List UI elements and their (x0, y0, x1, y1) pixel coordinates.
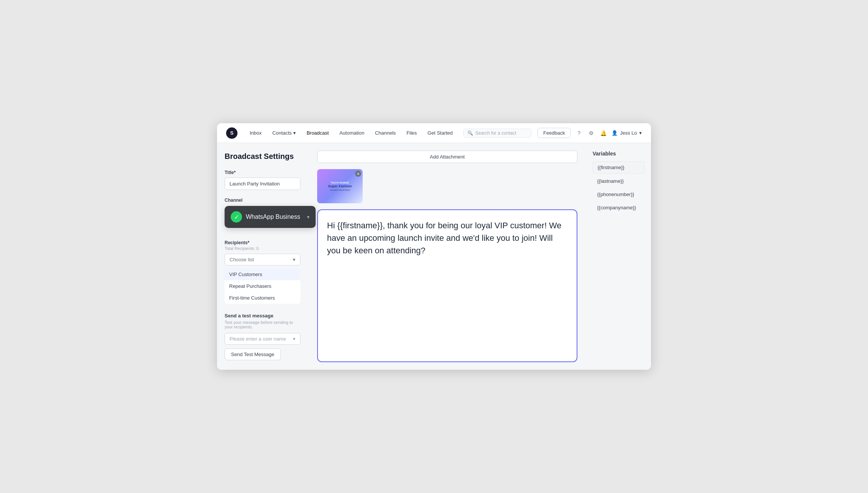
recipients-label: Recipients* (225, 240, 300, 245)
variable-lastname[interactable]: {{lastname}} (593, 175, 645, 187)
nav-search[interactable]: 🔍 Search for a contact (463, 129, 531, 138)
choose-list-select[interactable]: Choose list ▾ (225, 254, 300, 265)
nav-inbox[interactable]: Inbox (245, 128, 266, 138)
user-chevron-icon: ▾ (639, 130, 642, 136)
user-avatar-icon: 👤 (612, 130, 618, 136)
variable-firstname[interactable]: {{firstname}} (593, 161, 645, 174)
center-panel: Add Attachment ✕ You're Invited! Super F… (308, 143, 587, 370)
channel-label: Channel (225, 198, 300, 203)
list-option-vip[interactable]: VIP Customers (225, 268, 300, 280)
main-content: Broadcast Settings Title* Channel ✓ What… (217, 143, 651, 370)
list-chevron-icon: ▾ (293, 257, 296, 262)
add-attachment-button[interactable]: Add Attachment (317, 151, 577, 163)
variables-title: Variables (593, 151, 645, 157)
variable-companyname[interactable]: {{companyname}} (593, 202, 645, 214)
channel-name: WhatsApp Business (246, 214, 303, 220)
top-nav: S Inbox Contacts ▾ Broadcast Automation … (217, 123, 651, 143)
nav-get-started[interactable]: Get Started (423, 128, 457, 138)
send-test-title: Send a test message (225, 313, 300, 319)
nav-broadcast[interactable]: Broadcast (302, 128, 333, 138)
left-panel: Broadcast Settings Title* Channel ✓ What… (217, 143, 308, 370)
contacts-chevron-icon: ▾ (293, 130, 296, 136)
send-test-button[interactable]: Send Test Message (225, 349, 281, 360)
nav-automation[interactable]: Automation (335, 128, 369, 138)
title-input[interactable] (225, 177, 300, 190)
send-test-desc: Test your message before sending to your… (225, 320, 300, 329)
attachment-event-label: Exclusive Launch Event (328, 189, 352, 191)
attachment-close-button[interactable]: ✕ (355, 171, 361, 177)
attachment-brand-name: Super Fashion (328, 185, 352, 188)
user-select-chevron-icon: ▾ (293, 336, 296, 342)
list-options: VIP Customers Repeat Purchasers First-ti… (225, 268, 300, 304)
send-test-section: Send a test message Test your message be… (225, 313, 300, 360)
nav-contacts[interactable]: Contacts ▾ (268, 128, 300, 138)
channel-dropdown[interactable]: ✓ WhatsApp Business ▾ (225, 206, 316, 228)
title-label: Title* (225, 170, 300, 175)
notifications-icon[interactable]: 🔔 (599, 129, 607, 137)
user-menu[interactable]: 👤 Jess Lo ▾ (612, 130, 642, 136)
list-option-first-time[interactable]: First-time Customers (225, 292, 300, 304)
channel-dropdown-container: ✓ WhatsApp Business ▾ (225, 206, 300, 228)
nav-items: Inbox Contacts ▾ Broadcast Automation Ch… (245, 128, 463, 138)
app-logo: S (226, 127, 237, 139)
message-editor[interactable]: Hi {{firstname}}, thank you for being ou… (317, 209, 577, 362)
message-content: Hi {{firstname}}, thank you for being ou… (327, 219, 568, 257)
right-panel: Variables {{firstname}} {{lastname}} {{p… (587, 143, 651, 370)
attachment-invited-text: You're Invited! (328, 181, 352, 184)
channel-chevron-icon: ▾ (307, 214, 310, 220)
user-select[interactable]: Please enter a user name ▾ (225, 333, 300, 345)
page-title: Broadcast Settings (225, 152, 300, 161)
total-recipients-count: Total Recipients: 0 (225, 246, 300, 251)
feedback-button[interactable]: Feedback (538, 128, 571, 138)
list-option-repeat[interactable]: Repeat Purchasers (225, 280, 300, 292)
app-window: S Inbox Contacts ▾ Broadcast Automation … (217, 123, 651, 370)
attachment-preview: ✕ You're Invited! Super Fashion Exclusiv… (317, 169, 363, 203)
nav-channels[interactable]: Channels (370, 128, 400, 138)
recipients-section: Recipients* Total Recipients: 0 Choose l… (225, 240, 300, 304)
help-icon[interactable]: ? (575, 129, 583, 137)
nav-right: Feedback ? ⚙ 🔔 👤 Jess Lo ▾ (538, 128, 642, 138)
whatsapp-icon: ✓ (231, 211, 242, 223)
settings-icon[interactable]: ⚙ (587, 129, 595, 137)
variable-phonenumber[interactable]: {{phonenumber}} (593, 188, 645, 200)
search-icon: 🔍 (467, 130, 473, 136)
nav-files[interactable]: Files (402, 128, 421, 138)
